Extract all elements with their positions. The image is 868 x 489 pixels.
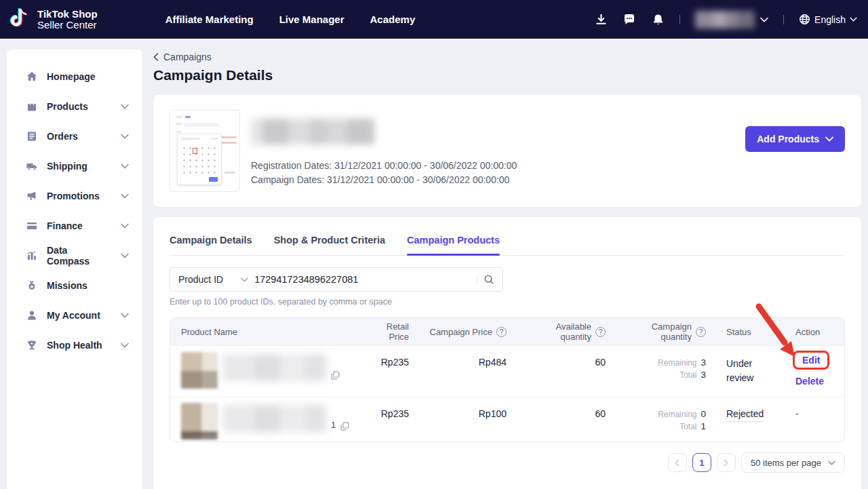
tab-campaign-products[interactable]: Campaign Products [407, 235, 500, 255]
campaign-thumbnail-image [170, 110, 240, 192]
action-cell: - [787, 397, 844, 442]
notifications-bell-icon[interactable] [651, 13, 665, 26]
tab-bar: Campaign Details Shop & Product Criteria… [170, 217, 845, 256]
status-badge: Under review [726, 357, 770, 385]
chevron-down-icon [121, 104, 129, 109]
add-products-button[interactable]: Add Products [745, 126, 845, 152]
chevron-down-icon [241, 277, 248, 282]
column-campaign-price: Campaign Price ? [427, 327, 527, 337]
download-icon[interactable] [594, 13, 608, 26]
nav-links: Affiliate Marketing Live Manager Academy [165, 14, 416, 25]
product-image-redacted [181, 403, 218, 439]
search-icon[interactable] [484, 274, 494, 285]
campaign-products-table: Product Name Retail Price Campaign Price… [170, 317, 845, 442]
campaign-products-card: Campaign Details Shop & Product Criteria… [153, 217, 861, 489]
chevron-down-icon [121, 193, 129, 199]
language-selector[interactable]: English [799, 14, 857, 25]
orders-icon [26, 130, 38, 142]
add-products-label: Add Products [757, 134, 819, 144]
column-campaign-quantity: Campaign quantity ? [630, 321, 711, 342]
action-cell: Edit Delete [787, 346, 844, 397]
sidebar-item-label: Shop Health [47, 340, 102, 351]
globe-icon [799, 14, 810, 25]
sidebar-item-label: Missions [47, 280, 87, 291]
page-number-button[interactable]: 1 [692, 453, 711, 472]
nav-link-academy[interactable]: Academy [370, 14, 416, 25]
tab-campaign-details[interactable]: Campaign Details [170, 235, 252, 255]
user-icon [26, 309, 38, 321]
available-quantity-value: 60 [527, 397, 630, 442]
campaign-price-value: Rp484 [427, 346, 527, 397]
sidebar-item-data-compass[interactable]: Data Compass [7, 241, 142, 271]
help-icon[interactable]: ? [595, 327, 606, 337]
brand-line1: TikTok Shop [37, 8, 98, 20]
copy-icon[interactable] [340, 422, 349, 431]
product-id-suffix: 1 [331, 420, 336, 430]
product-redacted [181, 403, 326, 439]
sidebar-item-shop-health[interactable]: Shop Health [7, 330, 142, 360]
page-title: Campaign Details [153, 67, 861, 83]
sidebar-item-promotions[interactable]: Promotions [7, 181, 142, 211]
sidebar-item-my-account[interactable]: My Account [7, 300, 142, 330]
page-size-selector[interactable]: 50 items per page [741, 452, 845, 473]
campaign-quantity-cell: Remaining3 Total3 [630, 346, 711, 397]
sidebar-item-shipping[interactable]: Shipping [7, 151, 142, 181]
sidebar-item-label: Promotions [47, 191, 100, 201]
product-id-input[interactable] [254, 274, 471, 285]
prev-page-button[interactable] [668, 453, 687, 472]
sidebar-item-homepage[interactable]: Homepage [7, 62, 142, 92]
help-icon[interactable]: ? [496, 327, 507, 337]
sidebar-item-orders[interactable]: Orders [7, 121, 142, 151]
sidebar-item-label: Products [47, 101, 88, 112]
registration-dates: Registration Dates: 31/12/2021 00:00:00 … [251, 159, 745, 173]
search-filter-dropdown[interactable]: Product ID [178, 274, 248, 285]
delete-link[interactable]: Delete [795, 376, 844, 387]
sidebar-item-finance[interactable]: Finance [7, 211, 142, 241]
retail-price-value: Rp235 [368, 397, 427, 442]
nav-link-affiliate-marketing[interactable]: Affiliate Marketing [165, 14, 254, 25]
main-content: Campaigns Campaign Details Registrat [153, 39, 861, 489]
tiktok-shop-logo[interactable]: TikTok Shop Seller Center [9, 7, 98, 33]
table-row: Rp235 Rp484 60 Remaining3 Total3 Under r… [170, 345, 844, 397]
nav-link-live-manager[interactable]: Live Manager [279, 14, 344, 25]
page-size-label: 50 items per page [751, 458, 821, 468]
tiktok-note-icon [9, 7, 33, 33]
product-image-redacted [181, 352, 218, 389]
truck-icon [26, 160, 38, 172]
copy-icon[interactable] [331, 371, 340, 380]
chevron-left-icon [153, 53, 159, 61]
status-cell: Under review [711, 346, 787, 397]
product-search-bar: Product ID [170, 267, 503, 292]
status-badge[interactable]: Rejected [726, 408, 764, 422]
campaign-price-value: Rp100 [427, 397, 527, 442]
status-cell: Rejected [711, 397, 787, 442]
breadcrumb[interactable]: Campaigns [153, 52, 212, 62]
table-row: 1 Rp235 Rp100 60 Remaining0 Total1 Rejec… [170, 397, 844, 442]
action-placeholder: - [795, 408, 799, 419]
top-navbar: TikTok Shop Seller Center Affiliate Mark… [0, 0, 868, 39]
chevron-left-icon [675, 459, 679, 467]
tab-shop-product-criteria[interactable]: Shop & Product Criteria [274, 235, 385, 255]
search-divider [477, 274, 477, 285]
edit-link[interactable]: Edit [802, 355, 820, 366]
chevron-down-icon [121, 313, 129, 318]
sidebar-item-missions[interactable]: Missions [7, 271, 142, 300]
account-menu[interactable] [695, 11, 768, 28]
product-name-cell [170, 346, 368, 397]
next-page-button[interactable] [717, 453, 736, 472]
messages-icon[interactable] [623, 13, 636, 26]
table-header-row: Product Name Retail Price Campaign Price… [170, 318, 844, 345]
medal-icon [26, 279, 38, 292]
language-label: English [814, 14, 846, 25]
chevron-down-icon [825, 136, 833, 142]
available-quantity-value: 60 [527, 346, 630, 397]
chevron-right-icon [724, 459, 728, 467]
chevron-down-icon [850, 17, 857, 22]
column-retail-price: Retail Price [368, 321, 427, 342]
brand-line2: Seller Center [37, 19, 97, 31]
sidebar-item-label: Shipping [47, 161, 87, 172]
sidebar-item-products[interactable]: Products [7, 92, 142, 121]
nav-divider [679, 15, 680, 24]
product-name-cell: 1 [170, 397, 368, 442]
help-icon[interactable]: ? [696, 327, 706, 337]
